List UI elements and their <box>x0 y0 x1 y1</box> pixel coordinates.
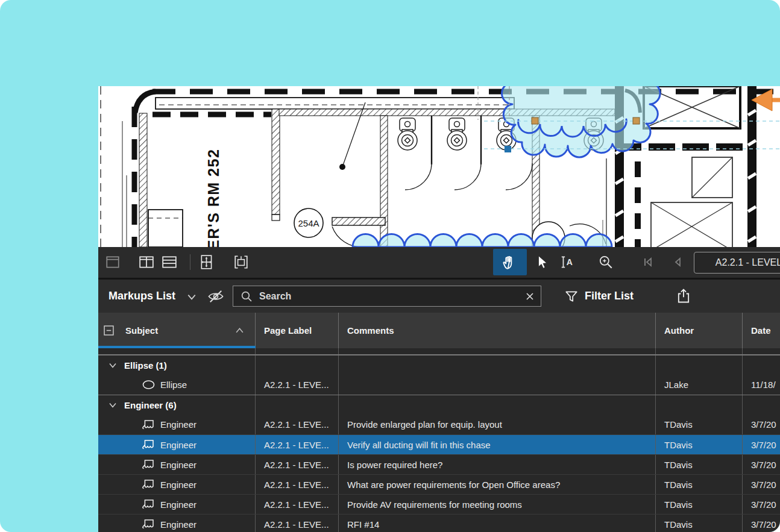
markup-handle-right[interactable] <box>633 117 640 124</box>
markup-handle-blue[interactable] <box>505 146 511 152</box>
filter-list-button[interactable]: Filter List <box>564 280 634 313</box>
comment-cell: Provide enlarged plan for equip. layout <box>339 415 656 434</box>
author-cell: TDavis <box>656 455 743 474</box>
document-resize-button[interactable] <box>228 249 254 275</box>
hide-markups-button[interactable] <box>207 289 225 307</box>
select-text-button[interactable]: A <box>555 249 581 275</box>
comment-cell: What are power requirements for Open Off… <box>339 475 656 494</box>
clear-search-button[interactable] <box>525 292 535 301</box>
previous-page-icon <box>671 255 685 269</box>
eye-slash-icon <box>207 289 225 304</box>
close-x-icon <box>525 292 535 301</box>
column-header-date[interactable]: Date <box>743 313 780 348</box>
subject-cell: Ellipse <box>160 380 187 390</box>
engineer-callout-icon <box>142 458 156 471</box>
page-label-cell: A2.2.1 - LEVE... <box>256 415 339 434</box>
filter-list-label: Filter List <box>585 290 634 302</box>
select-text-icon: A <box>559 254 576 270</box>
markups-table-body: Ellipse (1) Ellipse A2.2.1 - LEVE... <box>98 348 780 532</box>
partial-row <box>98 348 780 355</box>
markup-row-selected[interactable]: Engineer A2.2.1 - LEVE... Verify all duc… <box>98 434 780 454</box>
group-row-engineer[interactable]: Engineer (6) <box>98 395 780 415</box>
engineer-callout-icon <box>142 438 156 451</box>
subject-cell: Engineer <box>160 460 197 470</box>
date-cell: 3/7/20 <box>743 455 780 474</box>
markups-panel-header: Markups List <box>98 280 780 313</box>
markup-row[interactable]: Engineer A2.2.1 - LEVE... Is power requi… <box>98 454 780 474</box>
ellipse-markup-icon <box>142 380 156 390</box>
chevron-down-icon[interactable] <box>109 362 117 369</box>
pan-hand-icon <box>502 254 518 271</box>
subject-cell: Engineer <box>160 419 197 430</box>
chevron-down-icon[interactable] <box>187 292 197 303</box>
page-label-cell: A2.2.1 - LEVE... <box>256 495 339 514</box>
toolbar-separator <box>190 254 190 270</box>
screenshot-stage: ER'S RM 252 254A <box>0 0 780 532</box>
search-icon <box>241 290 252 302</box>
page-label-box[interactable]: A2.2.1 - LEVEL <box>694 252 780 274</box>
floor-plan-svg: ER'S RM 252 254A <box>98 86 780 247</box>
first-page-icon <box>641 255 655 269</box>
search-input[interactable] <box>258 290 525 302</box>
author-cell: JLake <box>656 375 743 395</box>
search-box <box>233 286 541 307</box>
chevron-down-icon[interactable] <box>109 402 117 408</box>
subject-cell: Engineer <box>160 440 197 450</box>
markups-list-menu[interactable]: Markups List <box>109 280 175 313</box>
group-label: Ellipse (1) <box>124 360 167 371</box>
walls <box>134 92 780 247</box>
collapse-all-icon[interactable] <box>104 325 114 336</box>
comment-cell: Provide AV requirements for meeting room… <box>339 495 656 514</box>
bottom-cloud-markup[interactable] <box>353 234 612 248</box>
markup-row[interactable]: Engineer A2.2.1 - LEVE... What are power… <box>98 474 780 494</box>
share-export-icon <box>676 287 691 304</box>
group-row-ellipse[interactable]: Ellipse (1) <box>98 355 780 375</box>
zoom-tool-button[interactable] <box>593 249 619 275</box>
select-tool-button[interactable] <box>529 249 556 275</box>
first-page-button[interactable] <box>635 249 661 275</box>
document-viewport[interactable]: ER'S RM 252 254A <box>98 86 780 247</box>
revu-app-window: ER'S RM 252 254A <box>98 86 780 532</box>
markup-row[interactable]: Engineer A2.2.1 - LEVE... Provide AV req… <box>98 494 780 514</box>
share-export-button[interactable] <box>676 287 691 304</box>
date-cell: 3/7/20 <box>743 515 780 532</box>
markup-row[interactable]: Ellipse A2.2.1 - LEVE... JLake 11/18/ <box>98 375 780 395</box>
pan-tool-button[interactable] <box>493 249 527 275</box>
split-horizontal-button[interactable] <box>156 249 183 275</box>
author-cell: TDavis <box>656 435 743 454</box>
door-tag-label: 254A <box>298 218 319 228</box>
page-label-cell: A2.2.1 - LEVE... <box>256 475 339 494</box>
page-label-cell: A2.2.1 - LEVE... <box>256 375 339 395</box>
engineer-callout-icon <box>142 478 156 491</box>
date-cell: 3/7/20 <box>743 415 780 434</box>
markup-row[interactable]: Engineer A2.2.1 - LEVE... RFI #14 TDavis… <box>98 514 780 532</box>
author-cell: TDavis <box>656 515 743 532</box>
comment-cell: Verify all ducting will fit in this chas… <box>339 435 656 454</box>
group-label: Engineer (6) <box>124 400 177 410</box>
previous-page-button[interactable] <box>665 249 691 275</box>
subject-cell: Engineer <box>160 519 197 530</box>
engineer-callout-icon <box>142 498 156 511</box>
markup-row[interactable]: Engineer A2.2.1 - LEVE... Provide enlarg… <box>98 415 780 434</box>
engineer-callout-icon <box>142 418 156 431</box>
room-label: ER'S RM 252 <box>205 149 222 247</box>
markup-handle-left[interactable] <box>532 117 538 124</box>
document-resize-icon <box>233 254 249 270</box>
date-cell: 11/18/ <box>743 375 780 395</box>
column-header-author[interactable]: Author <box>656 313 743 348</box>
svg-text:A: A <box>567 257 573 267</box>
document-move-button[interactable] <box>193 249 220 275</box>
markups-list-title: Markups List <box>109 290 175 302</box>
split-vertical-icon <box>139 254 154 270</box>
column-header-page-label[interactable]: Page Label <box>256 313 339 348</box>
subject-cell: Engineer <box>160 499 197 510</box>
filter-funnel-icon <box>564 290 579 303</box>
page-label-cell: A2.2.1 - LEVE... <box>256 515 339 532</box>
page-label-cell: A2.2.1 - LEVE... <box>256 435 339 454</box>
single-pane-button[interactable] <box>99 249 126 275</box>
column-header-comments[interactable]: Comments <box>339 313 656 348</box>
select-cursor-icon <box>535 254 550 270</box>
grid-lines <box>101 86 127 247</box>
column-header-subject[interactable]: Subject <box>98 313 256 348</box>
date-cell: 3/7/20 <box>743 495 780 514</box>
